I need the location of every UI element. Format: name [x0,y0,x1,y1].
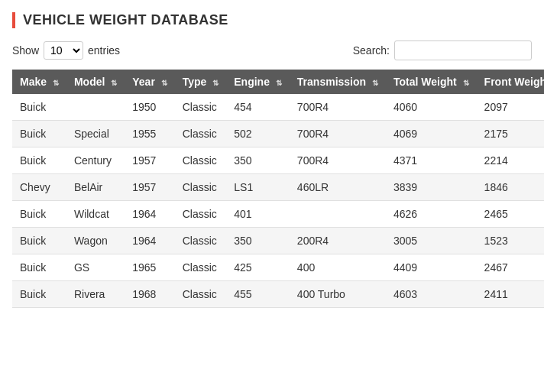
cell-model: Rivera [66,281,125,308]
cell-type: Classic [175,228,227,254]
cell-year: 1957 [125,174,174,201]
cell-type: Classic [175,121,227,147]
cell-front_weight: 1846 [477,174,544,201]
table-row: Buick1950Classic454700R4406020971963 [12,94,544,121]
cell-make: Buick [12,254,66,281]
entries-label: entries [88,44,120,57]
cell-front_weight: 2467 [477,254,544,281]
cell-year: 1964 [125,228,174,254]
cell-transmission: 700R4 [290,121,386,147]
cell-front_weight: 1523 [477,228,544,254]
cell-total_weight: 3839 [386,174,477,201]
search-label: Search: [353,44,390,57]
cell-year: 1950 [125,94,174,121]
sort-icon-year: ⇅ [161,79,167,87]
col-header-model[interactable]: Model ⇅ [66,70,125,94]
cell-total_weight: 4060 [386,94,477,121]
cell-model: Special [66,121,125,147]
col-header-engine[interactable]: Engine ⇅ [226,70,290,94]
cell-model: Wagon [66,228,125,254]
sort-icon-engine: ⇅ [276,79,282,87]
cell-engine: 350 [226,228,290,254]
cell-make: Buick [12,281,66,308]
cell-year: 1968 [125,281,174,308]
cell-model: Wildcat [66,201,125,228]
col-header-transmission[interactable]: Transmission ⇅ [290,70,386,94]
entries-select[interactable]: 10 25 50 100 [44,41,83,60]
cell-total_weight: 4069 [386,121,477,147]
table-row: BuickWagon1964Classic350200R430051523148… [12,228,544,254]
col-header-type[interactable]: Type ⇅ [175,70,227,94]
cell-year: 1964 [125,201,174,228]
cell-total_weight: 3005 [386,228,477,254]
cell-year: 1965 [125,254,174,281]
cell-front_weight: 2097 [477,94,544,121]
cell-transmission: 400 Turbo [290,281,386,308]
title-bar: VEHICLE WEIGHT DATABASE [12,12,532,28]
page-title: VEHICLE WEIGHT DATABASE [23,12,228,28]
cell-model [66,94,125,121]
cell-engine: 454 [226,94,290,121]
cell-type: Classic [175,201,227,228]
cell-make: Buick [12,228,66,254]
table-row: ChevyBelAir1957ClassicLS1460LR3839184619… [12,174,544,201]
table-row: BuickSpecial1955Classic502700R4406921751… [12,121,544,147]
cell-transmission: 200R4 [290,228,386,254]
cell-make: Buick [12,147,66,174]
cell-engine: 401 [226,201,290,228]
cell-transmission: 700R4 [290,147,386,174]
cell-make: Chevy [12,174,66,201]
col-header-front-weight[interactable]: Front Weight ⇅ [477,70,544,94]
cell-total_weight: 4626 [386,201,477,228]
cell-transmission: 460LR [290,174,386,201]
cell-total_weight: 4409 [386,254,477,281]
cell-make: Buick [12,94,66,121]
cell-engine: 425 [226,254,290,281]
sort-icon-model: ⇅ [111,79,117,87]
sort-icon-total-weight: ⇅ [463,79,469,87]
table-row: BuickRivera1968Classic455400 Turbo460324… [12,281,544,308]
table-header-row: Make ⇅ Model ⇅ Year ⇅ Type ⇅ Engine ⇅ Tr… [12,70,544,94]
cell-transmission: 700R4 [290,94,386,121]
cell-engine: 455 [226,281,290,308]
cell-transmission [290,201,386,228]
sort-icon-make: ⇅ [53,79,59,87]
sort-icon-transmission: ⇅ [372,79,378,87]
cell-engine: LS1 [226,174,290,201]
col-header-make[interactable]: Make ⇅ [12,70,66,94]
table-row: BuickWildcat1964Classic401462624652161 [12,201,544,228]
cell-total_weight: 4371 [386,147,477,174]
cell-year: 1955 [125,121,174,147]
cell-front_weight: 2175 [477,121,544,147]
search-input[interactable] [394,40,532,60]
cell-type: Classic [175,147,227,174]
search-row: Search: [353,40,532,60]
sort-icon-type: ⇅ [212,79,219,87]
show-entries-control: Show 10 25 50 100 entries [12,41,120,60]
cell-type: Classic [175,254,227,281]
vehicle-table: Make ⇅ Model ⇅ Year ⇅ Type ⇅ Engine ⇅ Tr… [12,70,544,308]
table-row: BuickCentury1957Classic350700R4437122142… [12,147,544,174]
cell-make: Buick [12,201,66,228]
cell-engine: 350 [226,147,290,174]
col-header-total-weight[interactable]: Total Weight ⇅ [386,70,477,94]
cell-model: BelAir [66,174,125,201]
cell-total_weight: 4603 [386,281,477,308]
cell-front_weight: 2465 [477,201,544,228]
cell-engine: 502 [226,121,290,147]
cell-front_weight: 2214 [477,147,544,174]
cell-type: Classic [175,174,227,201]
cell-transmission: 400 [290,254,386,281]
table-row: BuickGS1965Classic425400440924671942 [12,254,544,281]
cell-model: GS [66,254,125,281]
cell-make: Buick [12,121,66,147]
cell-year: 1957 [125,147,174,174]
show-label: Show [12,44,39,57]
col-header-year[interactable]: Year ⇅ [125,70,174,94]
cell-type: Classic [175,281,227,308]
cell-type: Classic [175,94,227,121]
cell-model: Century [66,147,125,174]
cell-front_weight: 2411 [477,281,544,308]
controls-row: Show 10 25 50 100 entries Search: [12,40,532,60]
